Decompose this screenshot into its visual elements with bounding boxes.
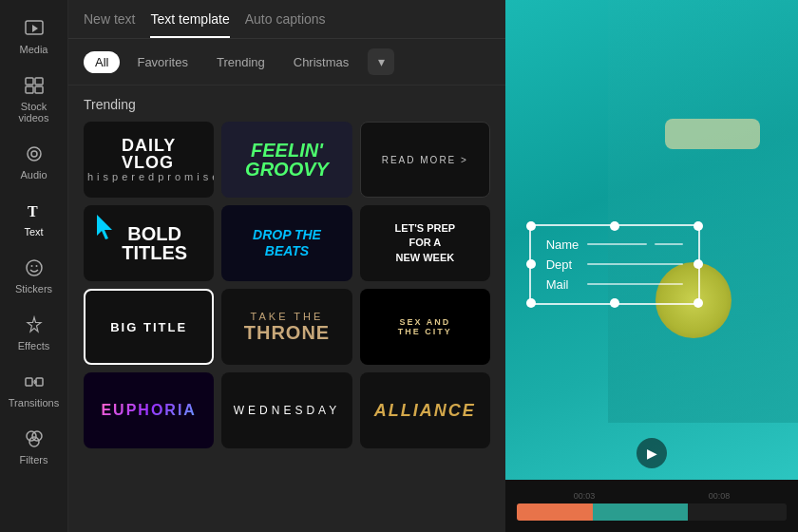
- sidebar-item-audio[interactable]: Audio: [6, 135, 63, 188]
- bold-titles-text: BOLDTITLES: [122, 224, 187, 262]
- template-read-more[interactable]: READ MORE >: [360, 122, 490, 198]
- svg-rect-5: [35, 86, 43, 93]
- chevron-down-icon: ▾: [378, 54, 385, 69]
- svg-point-15: [32, 431, 42, 441]
- filter-trending[interactable]: Trending: [205, 51, 276, 73]
- resize-handle-tl[interactable]: [526, 221, 536, 231]
- tab-auto-captions[interactable]: Auto captions: [245, 11, 326, 38]
- video-area: Name Dept Mail ▶: [505, 0, 798, 532]
- template-sex-city[interactable]: SEX ANDTHE CITY: [360, 289, 490, 365]
- alliance-text: ALLIANCE: [374, 401, 476, 421]
- sex-city-text: SEX ANDTHE CITY: [398, 317, 452, 336]
- filter-favorites[interactable]: Favorites: [125, 51, 199, 73]
- filter-all[interactable]: All: [84, 51, 120, 73]
- sidebar-item-effects[interactable]: Effects: [6, 306, 63, 359]
- template-bold-titles[interactable]: BOLDTITLES: [84, 205, 214, 281]
- biz-dept-row: Dept: [546, 257, 683, 272]
- svg-rect-3: [35, 78, 43, 85]
- sidebar-item-media[interactable]: Media: [6, 10, 63, 63]
- timeline: 00:03 00:08: [505, 480, 798, 532]
- media-icon: [23, 17, 46, 40]
- tab-new-text[interactable]: New text: [84, 11, 135, 38]
- svg-point-6: [28, 147, 41, 161]
- template-euphoria[interactable]: EUPHORIA: [84, 372, 214, 448]
- template-lets-prep[interactable]: LET'S PREPFOR ANEW WEEK: [360, 205, 490, 281]
- daily-vlog-sub: whisperedpromise: [84, 171, 214, 182]
- filter-dropdown-button[interactable]: ▾: [368, 48, 394, 75]
- svg-text:T: T: [28, 203, 38, 219]
- timeline-track-wrap: 00:03 00:08: [513, 491, 790, 521]
- take-throne-line1: TAKE THE: [251, 311, 324, 322]
- timeline-bar-orange: [517, 504, 593, 521]
- take-throne-line2: THRONE: [244, 322, 330, 344]
- wednesday-text: WEDNESDAY: [234, 404, 340, 417]
- biz-mail-label: Mail: [546, 277, 580, 292]
- video-preview: Name Dept Mail ▶: [505, 0, 798, 480]
- sidebar-item-stock-videos-label: Stock videos: [10, 101, 59, 124]
- resize-handle-mr[interactable]: [694, 259, 703, 269]
- resize-handle-tr[interactable]: [694, 221, 703, 231]
- stock-videos-icon: [23, 74, 46, 97]
- feelin-groovy-text: FEELIN'GROOVY: [245, 141, 329, 179]
- resize-handle-bm[interactable]: [610, 298, 619, 308]
- resize-handle-tm[interactable]: [610, 221, 619, 231]
- svg-point-10: [30, 265, 32, 267]
- filters-icon: [23, 428, 46, 450]
- template-grid: DAILYVLOG whisperedpromise FEELIN'GROOVY…: [84, 122, 490, 448]
- biz-dept-label: Dept: [546, 257, 580, 272]
- biz-name-label: Name: [546, 238, 580, 252]
- sidebar-item-audio-label: Audio: [20, 169, 47, 180]
- svg-rect-13: [36, 378, 43, 386]
- template-big-title[interactable]: BIG TITLE: [84, 289, 214, 365]
- cursor-arrow-icon: [93, 213, 120, 243]
- biz-name-line2: [655, 243, 683, 245]
- transitions-icon: [23, 370, 46, 393]
- main-content: New text Text template Auto captions All…: [68, 0, 798, 532]
- sidebar-item-text-label: Text: [24, 226, 43, 238]
- template-feelin-groovy[interactable]: FEELIN'GROOVY: [221, 122, 352, 198]
- sidebar-item-text[interactable]: T Text: [6, 192, 63, 245]
- sidebar-item-effects-label: Effects: [18, 340, 49, 352]
- template-drop-beats[interactable]: DROP THEBEATS: [221, 205, 352, 281]
- sidebar-item-transitions[interactable]: Transitions: [6, 363, 63, 416]
- filter-christmas[interactable]: Christmas: [282, 51, 361, 73]
- template-scroll-area[interactable]: Trending DAILYVLOG whisperedpromise FEEL…: [68, 86, 505, 532]
- svg-point-11: [35, 265, 37, 267]
- timeline-markers: 00:03 00:08: [517, 491, 787, 501]
- timeline-track[interactable]: [517, 504, 787, 521]
- biz-name-line: [587, 243, 647, 245]
- biz-dept-line: [587, 263, 683, 265]
- text-icon: T: [23, 200, 46, 222]
- resize-handle-bl[interactable]: [526, 298, 536, 308]
- play-icon: ▶: [647, 446, 657, 461]
- template-daily-vlog[interactable]: DAILYVLOG whisperedpromise: [84, 122, 214, 198]
- business-card-overlay[interactable]: Name Dept Mail: [529, 224, 700, 305]
- sidebar-item-stock-videos[interactable]: Stock videos: [6, 66, 63, 131]
- sidebar-item-filters[interactable]: Filters: [6, 420, 63, 473]
- sidebar-item-filters-label: Filters: [20, 454, 48, 466]
- svg-rect-2: [26, 78, 33, 85]
- biz-name-row: Name: [546, 238, 683, 252]
- lets-prep-text: LET'S PREPFOR ANEW WEEK: [394, 221, 455, 265]
- sidebar-item-stickers[interactable]: Stickers: [6, 249, 63, 302]
- resize-handle-br[interactable]: [694, 298, 703, 308]
- template-take-throne[interactable]: TAKE THE THRONE: [221, 289, 352, 365]
- read-more-text: READ MORE >: [382, 155, 468, 165]
- template-alliance[interactable]: ALLIANCE: [360, 372, 490, 448]
- tab-text-template[interactable]: Text template: [150, 11, 229, 38]
- daily-vlog-line1: DAILYVLOG: [122, 137, 176, 171]
- sidebar: Media Stock videos Audio T Text: [0, 0, 68, 532]
- trending-section-title: Trending: [84, 97, 490, 112]
- svg-point-16: [29, 437, 39, 446]
- text-template-panel: New text Text template Auto captions All…: [68, 0, 505, 532]
- biz-mail-line: [587, 283, 683, 285]
- audio-icon: [23, 142, 46, 165]
- play-button[interactable]: ▶: [636, 438, 667, 468]
- biz-mail-row: Mail: [546, 277, 683, 292]
- template-wednesday[interactable]: WEDNESDAY: [221, 372, 352, 448]
- timeline-bar-teal: [593, 504, 688, 521]
- timeline-marker-3: 00:08: [709, 491, 731, 501]
- resize-handle-ml[interactable]: [526, 259, 536, 269]
- woman-figure: [608, 0, 798, 423]
- filter-bar: All Favorites Trending Christmas ▾: [68, 39, 505, 86]
